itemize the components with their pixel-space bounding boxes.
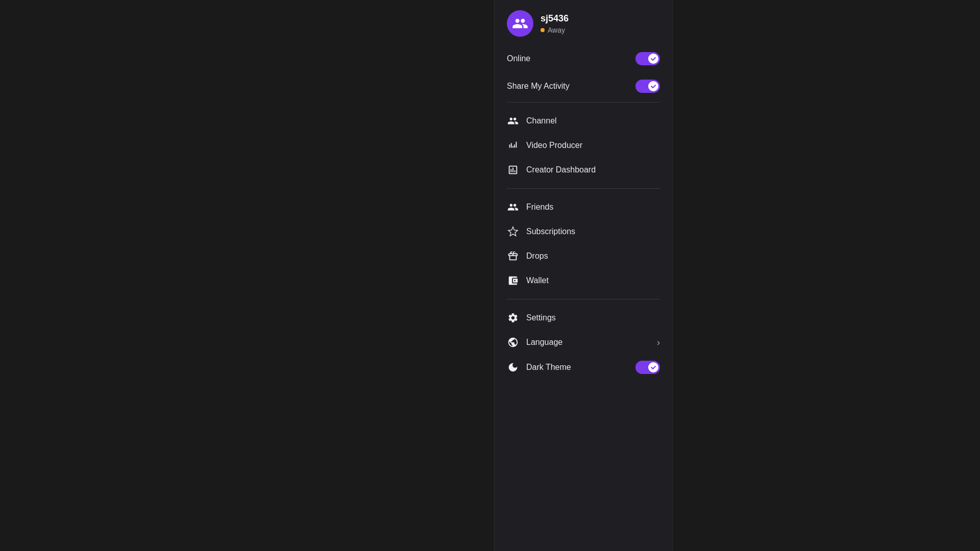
language-chevron: › — [657, 337, 660, 348]
menu-group-creator: Channel Video Producer Creator Dashboard — [495, 105, 672, 186]
menu-panel: sj5436 Away Online Share My Activity — [494, 0, 673, 551]
toggle-section: Online Share My Activity — [495, 45, 672, 100]
drops-icon — [507, 250, 519, 262]
creator-dashboard-icon — [507, 164, 519, 176]
language-label: Language — [526, 338, 650, 347]
menu-group-social: Friends Subscriptions Drops — [495, 191, 672, 297]
divider-3 — [507, 299, 660, 299]
menu-item-video-producer[interactable]: Video Producer — [495, 133, 672, 158]
dark-theme-toggle-knob — [648, 362, 658, 372]
video-producer-icon — [507, 139, 519, 152]
online-toggle[interactable] — [635, 52, 660, 65]
online-toggle-row: Online — [507, 45, 660, 72]
user-info: sj5436 Away — [541, 13, 569, 34]
divider-2 — [507, 188, 660, 189]
menu-item-wallet[interactable]: Wallet — [495, 268, 672, 293]
settings-label: Settings — [526, 313, 660, 322]
friends-icon — [507, 201, 519, 213]
dark-theme-icon — [507, 361, 519, 373]
menu-item-channel[interactable]: Channel — [495, 109, 672, 133]
online-label: Online — [507, 54, 530, 63]
divider-1 — [507, 102, 660, 103]
wallet-label: Wallet — [526, 276, 660, 285]
status-dot — [541, 28, 545, 32]
share-activity-toggle-knob — [648, 81, 658, 91]
username: sj5436 — [541, 13, 569, 24]
menu-item-language[interactable]: Language › — [495, 330, 672, 355]
friends-label: Friends — [526, 203, 660, 212]
subscriptions-icon — [507, 226, 519, 238]
menu-item-friends[interactable]: Friends — [495, 195, 672, 219]
menu-group-settings: Settings Language › Dark Theme — [495, 302, 672, 384]
subscriptions-label: Subscriptions — [526, 227, 660, 236]
dark-theme-toggle[interactable] — [635, 361, 660, 374]
share-activity-toggle[interactable] — [635, 80, 660, 93]
avatar[interactable] — [507, 10, 533, 37]
share-activity-toggle-row: Share My Activity — [507, 72, 660, 100]
menu-item-subscriptions[interactable]: Subscriptions — [495, 219, 672, 244]
status-row: Away — [541, 26, 569, 34]
dark-theme-label: Dark Theme — [526, 363, 628, 372]
wallet-icon — [507, 274, 519, 287]
channel-label: Channel — [526, 116, 660, 126]
language-icon — [507, 336, 519, 348]
settings-icon — [507, 312, 519, 324]
video-producer-label: Video Producer — [526, 141, 660, 150]
creator-dashboard-label: Creator Dashboard — [526, 165, 660, 174]
share-activity-label: Share My Activity — [507, 82, 570, 91]
drops-label: Drops — [526, 252, 660, 261]
menu-item-creator-dashboard[interactable]: Creator Dashboard — [495, 158, 672, 182]
online-toggle-knob — [648, 54, 658, 64]
status-text: Away — [548, 26, 565, 34]
menu-item-dark-theme[interactable]: Dark Theme — [495, 355, 672, 380]
menu-item-settings[interactable]: Settings — [495, 306, 672, 330]
user-section: sj5436 Away — [495, 0, 672, 45]
channel-icon — [507, 115, 519, 127]
menu-item-drops[interactable]: Drops — [495, 244, 672, 268]
